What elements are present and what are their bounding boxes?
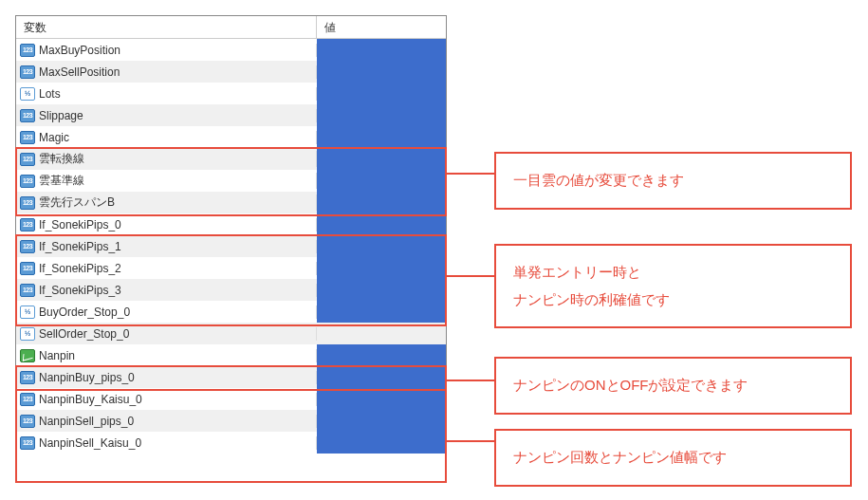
table-row[interactable]: 123NanpinSell_Kaisu_0 [16,432,446,454]
bool-type-icon [20,349,35,362]
variable-name: Nanpin [39,349,75,362]
table-row[interactable]: 123If_SonekiPips_1 [16,235,446,257]
table-row[interactable]: Nanpin [16,344,446,366]
variable-name: NanpinSell_Kaisu_0 [39,436,141,450]
variable-name: If_SonekiPips_0 [39,218,121,231]
table-row[interactable]: 123Magic [16,126,446,148]
variable-name: 雲先行スパンB [39,194,115,211]
variable-name: Slippage [39,109,83,122]
value-cell[interactable] [317,257,446,279]
integer-type-icon: 123 [20,109,35,122]
value-cell[interactable] [317,366,446,388]
column-header-value[interactable]: 値 [317,16,446,38]
variable-name: BuyOrder_Stop_0 [39,306,130,319]
variable-cell[interactable]: 123If_SonekiPips_2 [16,262,317,275]
table-row[interactable]: 123NanpinSell_pips_0 [16,410,446,432]
variable-cell[interactable]: 123Magic [16,131,317,144]
variable-cell[interactable]: 123NanpinBuy_Kaisu_0 [16,393,317,406]
value-cell[interactable] [317,410,446,432]
table-row[interactable]: 123雲基準線 [16,170,446,192]
value-cell[interactable] [317,213,446,235]
variable-cell[interactable]: ½Lots [16,87,317,101]
variable-cell[interactable]: 123雲転換線 [16,151,317,167]
value-cell[interactable] [317,83,446,104]
connector-line [447,380,494,381]
annotation-text: ナンピンのONとOFFが設定できます [513,377,748,393]
table-row[interactable]: ½Lots [16,83,446,104]
integer-type-icon: 123 [20,284,35,297]
variable-cell[interactable]: 123MaxSellPosition [16,65,317,79]
integer-type-icon: 123 [20,65,35,79]
value-cell[interactable] [317,192,446,213]
variable-cell[interactable]: 123MaxBuyPosition [16,44,317,57]
table-row[interactable]: 123If_SonekiPips_3 [16,279,446,301]
double-type-icon: ½ [20,306,35,319]
variable-name: 雲基準線 [39,173,84,189]
connector-line [447,275,494,277]
value-cell[interactable] [317,388,446,410]
variable-name: Lots [39,87,61,101]
integer-type-icon: 123 [20,393,35,406]
integer-type-icon: 123 [20,415,35,428]
integer-type-icon: 123 [20,131,35,144]
variable-cell[interactable]: 123If_SonekiPips_0 [16,218,317,231]
table-body: 123MaxBuyPosition123MaxSellPosition½Lots… [16,39,446,454]
variable-cell[interactable]: 123Slippage [16,109,317,122]
annotation-cloud: 一目雲の値が変更できます [494,152,852,210]
annotation-nanpin-params: ナンピン回数とナンピン値幅です [494,429,852,487]
table-row[interactable]: ½BuyOrder_Stop_0 [16,301,446,323]
integer-type-icon: 123 [20,262,35,275]
table-row[interactable]: 123MaxSellPosition [16,61,446,83]
integer-type-icon: 123 [20,218,35,231]
integer-type-icon: 123 [20,44,35,57]
value-cell[interactable] [317,301,446,323]
table-row[interactable]: ½SellOrder_Stop_0 [16,323,446,344]
value-cell[interactable] [317,344,446,366]
variable-cell[interactable]: 123If_SonekiPips_3 [16,284,317,297]
value-cell[interactable] [317,235,446,257]
value-cell[interactable] [317,170,446,192]
integer-type-icon: 123 [20,153,35,166]
parameters-table: 変数 値 123MaxBuyPosition123MaxSellPosition… [15,15,447,454]
table-header: 変数 値 [16,16,446,39]
variable-name: If_SonekiPips_3 [39,284,121,297]
variable-name: If_SonekiPips_2 [39,262,121,275]
value-cell[interactable] [317,323,446,344]
variable-cell[interactable]: ½SellOrder_Stop_0 [16,327,317,341]
connector-line [447,440,494,442]
double-type-icon: ½ [20,327,35,341]
annotation-text: ナンピン回数とナンピン値幅です [513,449,727,465]
value-cell[interactable] [317,61,446,83]
variable-cell[interactable]: 123NanpinBuy_pips_0 [16,371,317,384]
variable-cell[interactable]: 123If_SonekiPips_1 [16,240,317,253]
variable-cell[interactable]: Nanpin [16,349,317,362]
annotation-text: 単発エントリー時と ナンピン時の利確値です [513,264,670,307]
table-row[interactable]: 123NanpinBuy_pips_0 [16,366,446,388]
integer-type-icon: 123 [20,436,35,450]
variable-name: MaxBuyPosition [39,44,120,57]
table-row[interactable]: 123If_SonekiPips_2 [16,257,446,279]
column-header-variable[interactable]: 変数 [16,16,317,38]
value-cell[interactable] [317,279,446,301]
variable-name: If_SonekiPips_1 [39,240,121,253]
value-cell[interactable] [317,104,446,126]
table-row[interactable]: 123MaxBuyPosition [16,39,446,61]
value-cell[interactable] [317,432,446,454]
integer-type-icon: 123 [20,240,35,253]
variable-cell[interactable]: 123雲基準線 [16,173,317,189]
variable-name: NanpinBuy_pips_0 [39,371,135,384]
value-cell[interactable] [317,39,446,61]
variable-name: NanpinBuy_Kaisu_0 [39,393,142,406]
table-row[interactable]: 123雲転換線 [16,148,446,170]
connector-line [447,173,494,175]
table-row[interactable]: 123Slippage [16,104,446,126]
table-row[interactable]: 123NanpinBuy_Kaisu_0 [16,388,446,410]
value-cell[interactable] [317,126,446,148]
table-row[interactable]: 123If_SonekiPips_0 [16,213,446,235]
variable-cell[interactable]: 123雲先行スパンB [16,194,317,211]
table-row[interactable]: 123雲先行スパンB [16,192,446,213]
variable-cell[interactable]: 123NanpinSell_pips_0 [16,415,317,428]
variable-cell[interactable]: ½BuyOrder_Stop_0 [16,306,317,319]
value-cell[interactable] [317,148,446,170]
variable-cell[interactable]: 123NanpinSell_Kaisu_0 [16,436,317,450]
